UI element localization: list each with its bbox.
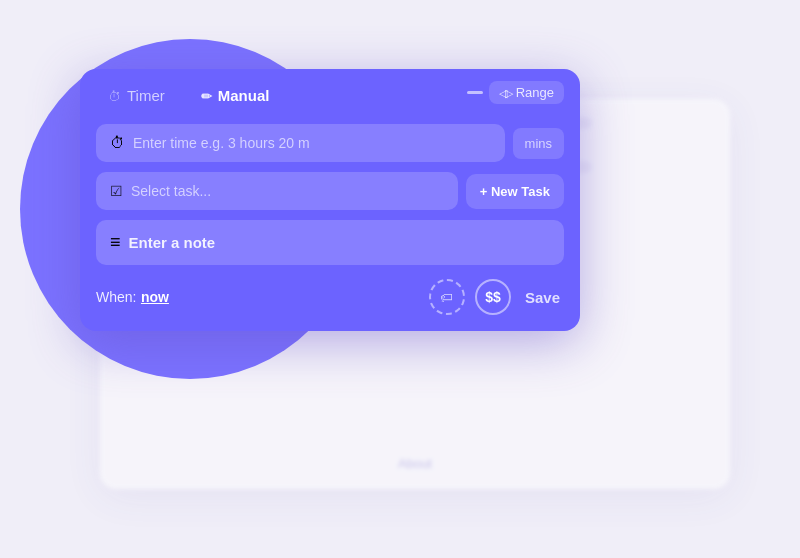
clock-icon <box>110 134 125 152</box>
main-container: About Range Timer Manual <box>70 69 730 489</box>
task-input[interactable] <box>131 183 444 199</box>
lines-icon <box>110 232 121 253</box>
tag-icon <box>440 289 453 305</box>
tab-timer[interactable]: Timer <box>100 83 173 108</box>
when-value[interactable]: now <box>141 289 169 305</box>
when-section: When: now <box>96 288 169 306</box>
about-tab[interactable]: About <box>382 452 448 475</box>
tab-bar: Timer Manual <box>80 69 580 118</box>
when-label: When: <box>96 289 136 305</box>
mins-badge: mins <box>513 128 564 159</box>
note-row <box>96 220 564 265</box>
pencil-icon <box>201 88 212 104</box>
save-button[interactable]: Save <box>521 283 564 312</box>
dollar-button[interactable]: $ <box>475 279 511 315</box>
check-icon <box>110 182 123 200</box>
panel-content: mins + New Task When: now <box>80 118 580 331</box>
time-input-wrap <box>96 124 505 162</box>
bottom-row: When: now $ Save <box>96 279 564 315</box>
task-input-wrap <box>96 172 458 210</box>
task-row: + New Task <box>96 172 564 210</box>
new-task-button[interactable]: + New Task <box>466 174 564 209</box>
purple-panel: Range Timer Manual mins <box>80 69 580 331</box>
time-input[interactable] <box>133 135 491 151</box>
bottom-right: $ Save <box>429 279 564 315</box>
time-row: mins <box>96 124 564 162</box>
note-input[interactable] <box>129 234 550 251</box>
timer-icon <box>108 88 121 104</box>
tag-button[interactable] <box>429 279 465 315</box>
tab-manual[interactable]: Manual <box>193 83 278 108</box>
dollar-icon: $ <box>485 289 501 305</box>
